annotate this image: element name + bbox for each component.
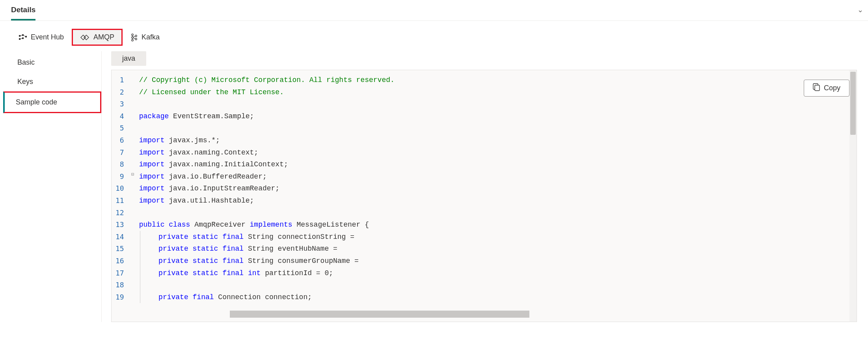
code-line: private final Connection connection; xyxy=(139,291,846,303)
horizontal-scrollbar[interactable] xyxy=(230,311,529,318)
svg-line-6 xyxy=(20,38,22,39)
kafka-icon xyxy=(130,34,138,41)
svg-point-11 xyxy=(135,35,137,36)
svg-rect-0 xyxy=(19,35,20,37)
svg-rect-3 xyxy=(22,37,24,39)
protocol-tab-label: Event Hub xyxy=(31,33,64,41)
svg-line-15 xyxy=(133,36,135,37)
details-tab[interactable]: Details xyxy=(11,6,35,20)
fold-toggle-icon[interactable]: ⊟ xyxy=(130,171,136,179)
svg-rect-2 xyxy=(22,34,24,36)
code-line: private static final String connectionSt… xyxy=(139,231,846,243)
protocol-tab-eventhub[interactable]: Event Hub xyxy=(11,29,72,45)
code-line: import java.io.BufferedReader; xyxy=(139,171,846,183)
code-line: public class AmqpReceiver implements Mes… xyxy=(139,219,846,231)
side-nav-basic[interactable]: Basic xyxy=(11,53,101,72)
code-line: package EventStream.Sample; xyxy=(139,110,846,123)
svg-line-7 xyxy=(24,35,25,37)
svg-point-10 xyxy=(132,39,133,41)
chevron-down-icon[interactable]: ⌄ xyxy=(857,6,863,14)
side-nav-keys[interactable]: Keys xyxy=(11,72,101,91)
code-line xyxy=(139,98,846,110)
svg-point-8 xyxy=(132,34,133,35)
side-nav: Basic Keys Sample code xyxy=(11,51,102,322)
copy-icon xyxy=(813,83,820,93)
code-line: private static final String consumerGrou… xyxy=(139,255,846,267)
protocol-tab-label: AMQP xyxy=(93,33,114,41)
amqp-icon xyxy=(80,34,89,41)
code-line: import javax.naming.InitialContext; xyxy=(139,158,846,171)
code-line: import javax.naming.Context; xyxy=(139,147,846,159)
svg-line-5 xyxy=(20,35,22,36)
svg-line-16 xyxy=(133,38,135,39)
svg-point-12 xyxy=(135,38,137,39)
code-line: private static final String eventHubName… xyxy=(139,243,846,255)
copy-button[interactable]: Copy xyxy=(804,80,849,97)
vertical-scrollbar[interactable] xyxy=(849,70,857,322)
scrollbar-thumb[interactable] xyxy=(850,72,856,135)
code-line: private static final int partitionId = 0… xyxy=(139,267,846,279)
code-line: import javax.jms.*; xyxy=(139,134,846,147)
protocol-tabs: Event Hub AMQP Kafka xyxy=(0,21,868,46)
code-line: // Licensed under the MIT License. xyxy=(139,86,846,99)
language-chip[interactable]: java xyxy=(111,51,146,66)
code-line xyxy=(139,279,846,291)
code-line: import java.util.Hashtable; xyxy=(139,195,846,207)
eventhub-icon xyxy=(19,34,27,41)
code-line: import java.io.InputStreamReader; xyxy=(139,182,846,195)
line-number-gutter: 12345678910111213141516171819 xyxy=(112,70,130,322)
code-lines[interactable]: // Copyright (c) Microsoft Corporation. … xyxy=(136,70,849,322)
side-nav-sample-code[interactable]: Sample code xyxy=(3,91,101,113)
svg-rect-4 xyxy=(25,36,27,37)
svg-point-9 xyxy=(132,36,133,38)
code-line xyxy=(139,207,846,219)
protocol-tab-label: Kafka xyxy=(142,33,160,41)
protocol-tab-amqp[interactable]: AMQP xyxy=(72,29,123,46)
code-line: // Copyright (c) Microsoft Corporation. … xyxy=(139,74,846,86)
fold-gutter: ⊟ xyxy=(130,70,136,322)
code-line xyxy=(139,122,846,134)
svg-rect-18 xyxy=(815,85,820,91)
protocol-tab-kafka[interactable]: Kafka xyxy=(123,29,168,45)
code-block: Copy 12345678910111213141516171819 ⊟ // … xyxy=(111,70,857,322)
svg-rect-1 xyxy=(19,38,20,40)
copy-button-label: Copy xyxy=(824,84,840,92)
